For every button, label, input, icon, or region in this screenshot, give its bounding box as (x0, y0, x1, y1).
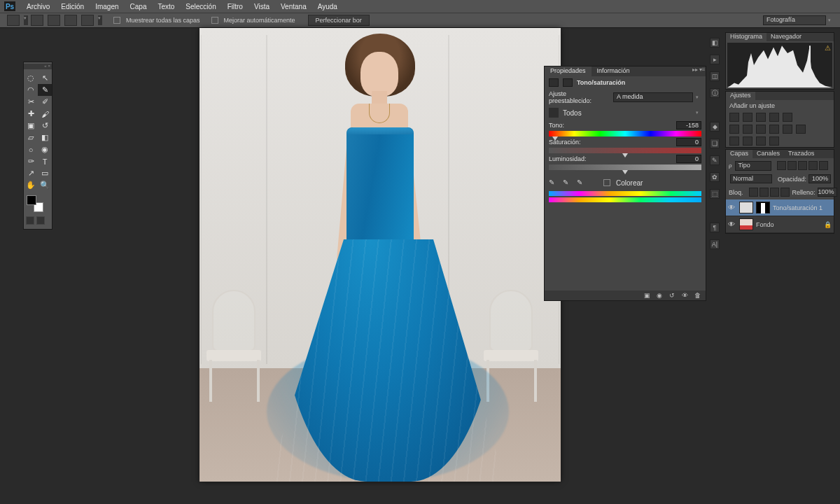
layer-visibility-icon[interactable]: 👁 (728, 204, 736, 211)
tool-marquee[interactable]: ◌ (24, 72, 38, 84)
histo-warning-icon[interactable]: ⚠ (825, 44, 831, 52)
hue-value[interactable]: -158 (676, 121, 701, 130)
adj-mixer-icon[interactable] (769, 125, 779, 134)
menu-file[interactable]: Archivo (21, 1, 55, 12)
adj-grad-icon[interactable] (756, 136, 766, 146)
quickmask-icon[interactable] (26, 216, 34, 225)
menu-text[interactable]: Texto (152, 1, 180, 12)
tool-dodge[interactable]: ◉ (38, 144, 52, 155)
scrub-icon[interactable] (549, 108, 559, 118)
dock-icon-10[interactable]: ¶ (710, 223, 720, 232)
adj-brightness-icon[interactable] (729, 113, 739, 122)
menu-edit[interactable]: Edición (55, 1, 90, 12)
fill-value[interactable]: 100% (818, 188, 837, 197)
adj-post-icon[interactable] (729, 136, 739, 146)
tool-history-brush[interactable]: ↺ (38, 120, 52, 132)
tab-paths[interactable]: Trazados (784, 150, 818, 158)
workspace-select[interactable]: Fotografía (763, 15, 826, 25)
toggle-vis-icon[interactable]: 👁 (680, 292, 689, 299)
tool-brush[interactable]: 🖌 (38, 108, 52, 120)
current-tool-icon[interactable] (7, 15, 20, 26)
foreground-color-swatch[interactable] (27, 195, 36, 205)
tool-zoom[interactable]: 🔍 (38, 179, 52, 191)
hue-slider[interactable] (549, 131, 701, 136)
menu-window[interactable]: Ventana (275, 1, 312, 12)
reset-icon[interactable]: ↺ (668, 292, 676, 299)
tab-adjustments[interactable]: Ajustes (726, 92, 755, 100)
master-select[interactable]: Todos (563, 109, 692, 117)
lock-all-icon[interactable] (780, 188, 790, 197)
tab-layers[interactable]: Capas (726, 150, 752, 158)
opacity-value[interactable]: 100% (808, 174, 831, 183)
filter-type-icon[interactable] (798, 161, 807, 170)
dock-icon-5[interactable]: ◆ (710, 122, 720, 132)
adj-levels-icon[interactable] (743, 113, 752, 122)
adj-vibrance-icon[interactable] (783, 113, 792, 122)
adj-bw-icon[interactable] (743, 125, 752, 134)
layer-filter-select[interactable]: Tipo (735, 161, 771, 171)
tool-healing[interactable]: ✚ (24, 108, 38, 120)
tab-info[interactable]: Información (592, 66, 636, 76)
intersect-selection-icon[interactable] (64, 15, 77, 26)
clip-icon[interactable]: ▣ (643, 292, 651, 299)
brush-size-icon[interactable] (81, 15, 94, 26)
tool-stamp[interactable]: ▣ (24, 120, 38, 132)
subtract-selection-icon[interactable] (48, 15, 60, 26)
mask-icon[interactable] (563, 78, 573, 87)
tab-histogram[interactable]: Histograma (726, 33, 766, 41)
tool-lasso[interactable]: ◠ (24, 84, 38, 96)
tool-eraser[interactable]: ▱ (24, 132, 38, 144)
layer-row-background[interactable]: 👁 Fondo 🔒 (726, 216, 834, 233)
eyedropper-icon[interactable]: ✎ (549, 178, 557, 187)
blend-mode-select[interactable]: Normal (730, 174, 772, 183)
colorize-checkbox[interactable] (603, 179, 610, 186)
layer-visibility-icon[interactable]: 👁 (728, 220, 736, 228)
add-selection-icon[interactable] (31, 15, 43, 26)
tool-blur[interactable]: ○ (24, 144, 38, 155)
menu-layer[interactable]: Capa (125, 1, 153, 12)
filter-adj-icon[interactable] (788, 161, 797, 170)
tool-shape[interactable]: ▭ (38, 167, 52, 179)
preset-select[interactable]: A medida (613, 92, 693, 102)
tool-type[interactable]: T (38, 155, 52, 167)
menu-select[interactable]: Selección (180, 1, 221, 12)
adj-exposure-icon[interactable] (769, 113, 779, 122)
trash-icon[interactable]: 🗑 (693, 292, 701, 299)
refine-edge-button[interactable]: Perfeccionar bor (308, 15, 370, 26)
adj-lookup-icon[interactable] (783, 125, 792, 134)
tool-hand[interactable]: ✋ (24, 179, 38, 191)
lock-pixels-icon[interactable] (760, 188, 769, 197)
dock-icon-11[interactable]: A| (710, 239, 720, 249)
layer-name[interactable]: Tono/saturación 1 (773, 204, 822, 211)
tab-properties[interactable]: Propiedades (545, 66, 592, 76)
collapse-icon[interactable]: ▸▸ (692, 66, 699, 76)
sample-all-layers-checkbox[interactable] (113, 17, 120, 24)
tool-eyedropper[interactable]: ✐ (38, 96, 52, 108)
adj-hue-icon[interactable] (729, 125, 739, 134)
menu-filter[interactable]: Filtro (222, 1, 248, 12)
layer-row-adjustment[interactable]: 👁 Tono/saturación 1 (726, 200, 834, 216)
menu-view[interactable]: Vista (248, 1, 275, 12)
tab-channels[interactable]: Canales (752, 150, 784, 158)
dock-icon-9[interactable]: ⬚ (710, 189, 720, 199)
dock-icon-6[interactable]: ❏ (710, 139, 720, 148)
auto-enhance-checkbox[interactable] (211, 17, 218, 24)
eyedropper-add-icon[interactable]: ✎ (563, 178, 571, 187)
saturation-slider[interactable] (549, 148, 701, 153)
color-swatches[interactable] (27, 195, 43, 212)
dock-icon-2[interactable]: ▸ (710, 55, 720, 64)
tool-quick-select[interactable]: ✎ (38, 84, 52, 96)
panel-menu-icon[interactable]: ▾≡ (699, 66, 706, 76)
adj-curves-icon[interactable] (756, 113, 766, 122)
adj-sel-icon[interactable] (769, 136, 779, 146)
tool-move[interactable]: ↖ (38, 72, 52, 84)
dock-icon-4[interactable]: ⓘ (710, 88, 720, 98)
tool-crop[interactable]: ✂ (24, 96, 38, 108)
lock-pos-icon[interactable] (770, 188, 779, 197)
menu-help[interactable]: Ayuda (312, 1, 343, 12)
lock-trans-icon[interactable] (749, 188, 758, 197)
tool-pen[interactable]: ✑ (24, 155, 38, 167)
lightness-value[interactable]: 0 (676, 155, 701, 163)
saturation-value[interactable]: 0 (676, 138, 701, 146)
dock-icon-1[interactable]: ◧ (710, 38, 720, 48)
